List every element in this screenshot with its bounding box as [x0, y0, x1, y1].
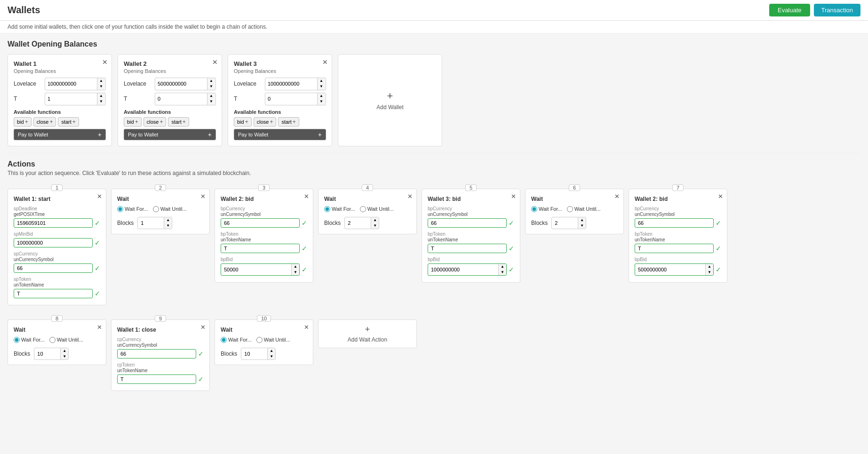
- wallet-3-t-input-wrap[interactable]: ▲ ▼: [265, 93, 326, 105]
- action-4-close-btn[interactable]: ✕: [407, 193, 413, 200]
- action-6-blocks-up[interactable]: ▲: [578, 217, 586, 223]
- action-5-token-input[interactable]: [428, 244, 507, 253]
- action-2-wait-until-radio[interactable]: [153, 206, 159, 212]
- wallet-2-bid-btn[interactable]: bid +: [124, 117, 142, 127]
- action-6-close-btn[interactable]: ✕: [614, 193, 620, 200]
- wallet-2-close-btn[interactable]: ✕: [212, 58, 218, 66]
- action-3-bid-down[interactable]: ▼: [292, 270, 299, 275]
- action-4-blocks-input-wrap[interactable]: ▲ ▼: [344, 217, 379, 230]
- action-4-wait-for-label[interactable]: Wait For...: [324, 206, 355, 212]
- action-3-currency-input[interactable]: [221, 218, 300, 228]
- action-2-blocks-down[interactable]: ▼: [164, 223, 172, 229]
- action-10-wait-until-label[interactable]: Wait Until...: [256, 337, 290, 343]
- wallet-2-t-input[interactable]: [155, 95, 207, 103]
- action-1-close-btn[interactable]: ✕: [97, 193, 102, 200]
- action-1-minbid-input[interactable]: [14, 238, 93, 247]
- action-4-wait-until-radio[interactable]: [360, 206, 366, 212]
- action-4-blocks-input[interactable]: [345, 219, 371, 227]
- action-6-blocks-input-wrap[interactable]: ▲ ▼: [551, 217, 586, 230]
- wallet-1-t-input-wrap[interactable]: ▲ ▼: [45, 93, 106, 105]
- wallet-2-lovelace-up[interactable]: ▲: [207, 78, 215, 84]
- action-7-token-input[interactable]: [635, 244, 714, 253]
- action-9-token-input[interactable]: [117, 374, 196, 384]
- action-8-blocks-up[interactable]: ▲: [61, 348, 68, 354]
- action-10-close-btn[interactable]: ✕: [304, 324, 309, 331]
- wallet-3-close-func-btn[interactable]: close +: [254, 117, 277, 127]
- wallet-1-t-up[interactable]: ▲: [97, 93, 105, 99]
- action-3-token-input[interactable]: [221, 244, 300, 253]
- action-4-wait-until-label[interactable]: Wait Until...: [360, 206, 394, 212]
- action-7-bid-up[interactable]: ▲: [706, 264, 713, 270]
- action-5-bid-input[interactable]: [428, 265, 498, 274]
- action-1-currency-input[interactable]: [14, 263, 93, 273]
- action-5-bid-up[interactable]: ▲: [499, 264, 506, 270]
- action-6-wait-for-radio[interactable]: [531, 206, 537, 212]
- action-3-bid-up[interactable]: ▲: [292, 264, 299, 270]
- wallet-3-lovelace-down[interactable]: ▼: [318, 84, 325, 89]
- action-8-blocks-input[interactable]: [34, 350, 60, 358]
- action-8-close-btn[interactable]: ✕: [97, 324, 102, 331]
- wallet-1-t-down[interactable]: ▼: [97, 99, 105, 104]
- wallet-1-lovelace-input-wrap[interactable]: ▲ ▼: [45, 78, 106, 90]
- wallet-3-bid-btn[interactable]: bid +: [234, 117, 252, 127]
- action-2-close-btn[interactable]: ✕: [200, 193, 206, 200]
- action-7-currency-input[interactable]: [635, 218, 714, 228]
- action-4-wait-for-radio[interactable]: [324, 206, 330, 212]
- wallet-3-pay-to-wallet-btn[interactable]: Pay to Wallet +: [234, 129, 326, 140]
- transaction-button[interactable]: Transaction: [814, 4, 860, 16]
- action-3-close-btn[interactable]: ✕: [304, 193, 309, 200]
- add-wait-action-card[interactable]: + Add Wait Action: [318, 319, 417, 348]
- action-5-close-btn[interactable]: ✕: [511, 193, 516, 200]
- action-10-blocks-up[interactable]: ▲: [268, 348, 275, 354]
- action-6-wait-until-label[interactable]: Wait Until...: [567, 206, 601, 212]
- action-2-blocks-input[interactable]: [138, 219, 164, 227]
- wallet-3-lovelace-up[interactable]: ▲: [318, 78, 325, 84]
- action-7-bid-input[interactable]: [635, 265, 705, 274]
- evaluate-button[interactable]: Evaluate: [769, 4, 810, 16]
- action-7-bid-input-wrap[interactable]: ▲ ▼: [635, 263, 714, 276]
- action-10-blocks-input[interactable]: [241, 350, 267, 358]
- action-8-blocks-down[interactable]: ▼: [61, 354, 68, 359]
- action-4-blocks-up[interactable]: ▲: [371, 217, 379, 223]
- wallet-1-close-btn[interactable]: ✕: [102, 58, 108, 66]
- wallet-1-lovelace-down[interactable]: ▼: [97, 84, 105, 89]
- wallet-2-lovelace-input[interactable]: [155, 80, 207, 88]
- wallet-3-close-btn[interactable]: ✕: [322, 58, 328, 66]
- wallet-2-lovelace-down[interactable]: ▼: [207, 84, 215, 89]
- action-10-wait-until-radio[interactable]: [256, 337, 263, 343]
- wallet-2-close-func-btn[interactable]: close +: [143, 117, 167, 127]
- wallet-2-lovelace-input-wrap[interactable]: ▲ ▼: [155, 78, 216, 90]
- action-6-wait-until-radio[interactable]: [567, 206, 573, 212]
- action-5-bid-down[interactable]: ▼: [499, 270, 506, 275]
- action-2-blocks-up[interactable]: ▲: [164, 217, 172, 223]
- wallet-1-start-btn[interactable]: start +: [58, 117, 79, 127]
- wallet-2-pay-to-wallet-btn[interactable]: Pay to Wallet +: [124, 129, 216, 140]
- wallet-2-t-input-wrap[interactable]: ▲ ▼: [155, 93, 216, 105]
- action-3-bid-input-wrap[interactable]: ▲ ▼: [221, 263, 300, 276]
- action-8-wait-until-label[interactable]: Wait Until...: [49, 337, 83, 343]
- wallet-2-t-up[interactable]: ▲: [207, 93, 215, 99]
- wallet-2-t-down[interactable]: ▼: [207, 99, 215, 104]
- wallet-1-pay-to-wallet-btn[interactable]: Pay to Wallet +: [14, 129, 106, 140]
- wallet-1-lovelace-up[interactable]: ▲: [97, 78, 105, 84]
- action-8-wait-for-radio[interactable]: [14, 337, 20, 343]
- action-5-currency-input[interactable]: [428, 218, 507, 228]
- action-10-wait-for-radio[interactable]: [221, 337, 227, 343]
- wallet-3-lovelace-input-wrap[interactable]: ▲ ▼: [265, 78, 326, 90]
- wallet-1-bid-btn[interactable]: bid +: [14, 117, 32, 127]
- action-2-wait-for-label[interactable]: Wait For...: [117, 206, 148, 212]
- action-6-blocks-down[interactable]: ▼: [578, 223, 586, 229]
- wallet-3-lovelace-input[interactable]: [265, 80, 317, 88]
- action-10-wait-for-label[interactable]: Wait For...: [221, 337, 252, 343]
- action-9-currency-input[interactable]: [117, 349, 196, 358]
- add-wallet-card[interactable]: + Add Wallet: [338, 54, 442, 146]
- action-9-close-btn[interactable]: ✕: [200, 324, 206, 331]
- action-8-wait-until-radio[interactable]: [49, 337, 56, 343]
- action-7-close-btn[interactable]: ✕: [718, 193, 723, 200]
- action-3-bid-input[interactable]: [221, 265, 291, 274]
- action-4-blocks-down[interactable]: ▼: [371, 223, 379, 229]
- action-8-wait-for-label[interactable]: Wait For...: [14, 337, 45, 343]
- wallet-3-start-btn[interactable]: start +: [278, 117, 299, 127]
- action-7-bid-down[interactable]: ▼: [706, 270, 713, 275]
- action-2-wait-for-radio[interactable]: [117, 206, 123, 212]
